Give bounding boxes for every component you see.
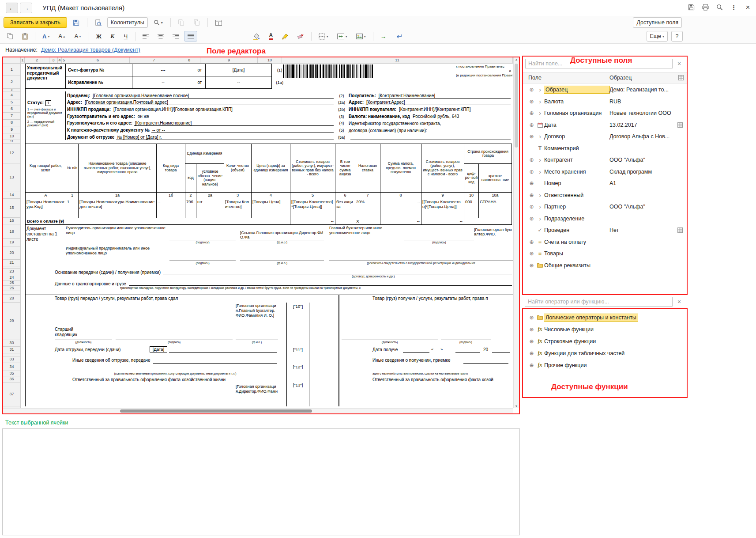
function-group-row[interactable]: ⊕fxПрочие функции [523,359,687,371]
expand-chevron-icon[interactable]: › [536,168,544,175]
9[interactable]: 6 [335,193,355,199]
row-header-6[interactable]: 6 [3,106,20,113]
party-label[interactable]: Адрес: [66,100,82,105]
party-label[interactable]: договора (соглашения) (при наличии): [347,128,427,133]
other-receive-label[interactable]: Иные сведения о получении, приемке [372,358,450,363]
field-row[interactable]: ✓ПроведенНет [523,224,687,236]
row-header-16[interactable]: 16 [3,218,20,224]
expand-chevron-icon[interactable]: › [536,156,544,163]
party-label[interactable]: ИНН/КПП покупателя: [347,107,396,112]
x[interactable]: X [335,218,380,225]
row-header-30[interactable]: 30 [3,340,20,347]
num[interactable]: № п/п [66,144,79,193]
expand-chevron-icon[interactable]: › [536,110,544,117]
add-field-icon[interactable]: ⊕ [527,180,536,186]
unit-code[interactable]: код [185,164,196,193]
row-header-26[interactable]: 26 [3,286,20,291]
ref12[interactable]: ["12"] [287,364,309,369]
position-note[interactable]: (должность) [342,341,438,344]
date[interactable]: -- [206,76,272,89]
row-header-19[interactable]: 19 [3,239,20,246]
save-icon[interactable] [688,4,695,11]
template-form[interactable]: Универсальный передаточный документ Счет… [21,64,513,408]
vertical-scrollbar[interactable]: ▲ ▼ [513,57,519,408]
column-header-1[interactable]: 1 [21,57,25,63]
position-value[interactable]: Старший кладовщик [55,327,87,337]
party-label[interactable]: Идентификатор государственного контракта… [347,121,441,126]
11[interactable]: -- [380,199,421,218]
row-header-37[interactable]: 37 [3,383,20,406]
party-label[interactable]: Покупатель: [347,93,376,99]
row-header-12[interactable]: 12 [3,144,20,163]
help-button[interactable]: ? [671,31,683,42]
expand-chevron-icon[interactable]: › [536,215,544,222]
field-row[interactable]: ⊕›Место храненияСклад программ [523,166,687,178]
ot[interactable]: от [194,64,206,76]
party-label[interactable]: ИНН/КПП продавца: [66,107,111,112]
field-row[interactable]: ⊕›КонтрагентООО "Альфа" [523,154,687,166]
field-row[interactable]: ⊕≡Товары [523,248,687,260]
row-header-collapsed[interactable] [3,291,20,295]
receive-date-label[interactable]: Дата получе [372,347,398,352]
signer-fio[interactable]: [Головная орган бухгалтер.ФИО. [474,225,513,246]
excise[interactable]: В том числе сумма акциза [335,144,355,193]
field-row[interactable]: ⊕≡Счета на оплату [523,236,687,248]
goods-passed-title[interactable]: Товар (груз) передал / услуги, результат… [55,296,178,301]
field-row[interactable]: ⊕›ПартнерООО "Альфа" [523,201,687,213]
row-header-33[interactable]: 33 [3,356,20,363]
merge-cells-button[interactable]: ▾ [334,31,351,42]
add-field-icon[interactable]: ⊕ [527,239,536,245]
field-row[interactable]: ⊕›Ответственный [523,189,687,201]
align-left-button[interactable] [139,31,152,42]
purpose-link[interactable]: Демо: Реализация товаров (Документ) [41,47,140,53]
10[interactable]: 7 [355,193,380,199]
basis-label[interactable]: Данные о транспортировке и грузе [55,281,126,286]
close-icon[interactable]: × [744,4,752,11]
text-color-button[interactable]: А [265,31,277,42]
rate[interactable]: Налоговая ставка [355,144,380,193]
column-header-6[interactable]: 6 [66,57,130,63]
invoice-header-table[interactable]: Счет-фактура № --- от [Дата] (1) Исправл… [66,64,288,89]
scroll-up-icon[interactable]: ▲ [514,58,519,61]
composed-note[interactable]: Документ составлен на 1 листе [25,226,64,242]
parties-row[interactable]: ИНН/КПП продавца:[Головная организация.И… [66,105,513,112]
fill-color-button[interactable] [249,31,263,42]
insert-picture-button[interactable]: ▾ [353,31,369,42]
country[interactable]: Страна происхождения товара [464,144,512,164]
label[interactable]: Исправление № [66,76,132,89]
column-header-4[interactable]: 4 [58,57,62,63]
expand-chevron-icon[interactable]: › [536,192,544,199]
party-label[interactable]: Грузоотправитель и его адрес: [66,114,135,119]
clear-search-icon[interactable]: × [675,60,683,67]
add-field-icon[interactable]: ⊕ [527,99,536,105]
expand-chevron-icon[interactable]: › [536,98,544,105]
increase-font-button[interactable]: А▲ [55,31,69,42]
expand-chevron-icon[interactable]: › [536,133,544,140]
cost-w[interactable]: -- [421,218,464,225]
parties-row[interactable]: Грузополучатель и его адрес:[Контрагент.… [66,119,513,126]
view-mode-button[interactable] [212,17,226,28]
row-header-8[interactable]: 8 [3,120,20,126]
find-button[interactable]: ▾ [150,17,166,28]
responsible-label[interactable]: Ответственный за правильность оформления… [372,377,493,382]
borders-button[interactable]: ▾ [315,31,332,42]
status-block[interactable]: Статус:1 1 — счет-фактура и передаточный… [25,91,66,140]
5[interactable]: 2а [196,193,224,199]
date-value[interactable]: [Дата] [150,346,167,352]
underline-button[interactable]: Ч [120,31,132,42]
3[interactable]: 1б [157,193,185,199]
status-value[interactable]: 1 [45,100,51,106]
party-label[interactable]: Документ об отгрузке [66,135,114,140]
party-value[interactable]: № [Номер] от [Дата] г. [116,135,334,140]
party-label[interactable]: Адрес: [347,100,364,105]
add-icon[interactable]: ⊕ [527,314,536,321]
row-header-18[interactable]: 18 [3,225,20,239]
align-justify-button[interactable] [184,31,197,42]
add-field-icon[interactable]: ⊕ [527,204,536,210]
unit-name[interactable]: условное обозна- чение (нацио- нальное) [196,164,224,193]
wrap-text-button[interactable] [392,31,406,42]
party-value[interactable]: Российский рубль, 643 [412,114,511,119]
party-value[interactable]: [Контрагент.ИНН]/[Контрагент.КПП] [398,107,511,112]
upd-title[interactable]: Универсальный передаточный документ [25,64,66,89]
selected-cell-text-area[interactable] [2,428,520,535]
